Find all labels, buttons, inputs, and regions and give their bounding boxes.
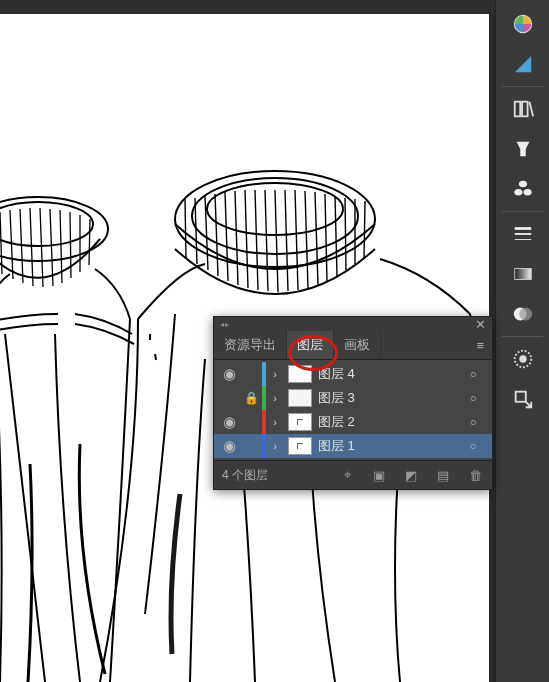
locate-object-icon[interactable]: ⌖ — [338, 467, 356, 483]
svg-line-38 — [529, 102, 533, 117]
symbols-panel-icon[interactable] — [496, 169, 549, 209]
svg-point-46 — [519, 355, 526, 362]
tab-layers[interactable]: 图层 — [287, 331, 334, 359]
svg-line-34 — [89, 219, 90, 265]
new-layer-icon[interactable]: ▤ — [434, 468, 452, 483]
layer-name[interactable]: 图层 1 — [318, 437, 462, 455]
svg-line-4 — [195, 198, 197, 264]
target-icon[interactable]: ○ — [464, 416, 482, 428]
layer-row[interactable]: 🔒 › 图层 3 ○ — [214, 386, 492, 410]
svg-line-6 — [215, 194, 218, 276]
visibility-toggle-icon[interactable]: ◉ — [218, 365, 240, 383]
svg-line-13 — [285, 190, 288, 291]
target-icon[interactable]: ○ — [464, 392, 482, 404]
panel-status-bar: 4 个图层 ⌖ ▣ ◩ ▤ 🗑 — [214, 460, 492, 489]
svg-point-23 — [0, 202, 93, 246]
svg-line-16 — [315, 192, 318, 285]
layer-count-label: 4 个图层 — [222, 467, 268, 484]
svg-line-19 — [345, 198, 346, 270]
asset-export-panel-icon[interactable] — [496, 379, 549, 419]
svg-line-14 — [295, 190, 298, 290]
expand-toggle-icon[interactable]: › — [268, 368, 282, 380]
target-icon[interactable]: ○ — [464, 440, 482, 452]
panel-grip[interactable]: ◂▸ ✕ — [214, 317, 492, 331]
expand-toggle-icon[interactable]: › — [268, 416, 282, 428]
layer-color — [262, 362, 266, 386]
svg-line-10 — [255, 190, 258, 290]
layer-thumbnail — [288, 389, 312, 407]
expand-toggle-icon[interactable]: › — [268, 392, 282, 404]
gradient-panel-icon[interactable] — [496, 254, 549, 294]
svg-line-9 — [245, 190, 248, 288]
svg-line-21 — [364, 201, 365, 258]
layer-thumbnail — [288, 365, 312, 383]
svg-rect-36 — [515, 102, 521, 117]
tab-asset-export[interactable]: 资源导出 — [214, 331, 287, 359]
target-icon[interactable]: ○ — [464, 368, 482, 380]
stroke-panel-icon[interactable] — [496, 214, 549, 254]
svg-line-15 — [305, 191, 308, 288]
svg-point-44 — [519, 308, 532, 321]
svg-rect-47 — [516, 392, 526, 402]
visibility-toggle-icon[interactable]: ◉ — [218, 413, 240, 431]
layer-color — [262, 386, 266, 410]
svg-line-28 — [30, 208, 33, 286]
visibility-toggle-icon[interactable]: ◉ — [218, 437, 240, 455]
svg-line-12 — [275, 190, 278, 292]
transparency-panel-icon[interactable] — [496, 294, 549, 334]
svg-rect-42 — [515, 269, 532, 280]
svg-line-7 — [225, 192, 228, 281]
brush-panel-icon[interactable] — [496, 129, 549, 169]
make-clipping-mask-icon[interactable]: ▣ — [370, 468, 388, 483]
svg-rect-37 — [522, 102, 528, 117]
svg-line-17 — [325, 194, 327, 281]
layer-row[interactable]: ◉ › 图层 1 ○ — [214, 434, 492, 458]
new-sublayer-icon[interactable]: ◩ — [402, 468, 420, 483]
svg-line-32 — [70, 212, 71, 278]
tab-artboards[interactable]: 画板 — [334, 331, 381, 359]
right-toolbar — [495, 0, 549, 682]
panel-menu-icon[interactable]: ≡ — [468, 331, 492, 359]
panel-close-icon[interactable]: ✕ — [475, 317, 486, 332]
title-bar — [0, 0, 549, 14]
layers-panel: ◂▸ ✕ 资源导出 图层 画板 ≡ ◉ › 图层 4 ○ 🔒 › 图层 3 ○ … — [213, 316, 493, 490]
layer-color — [262, 434, 266, 458]
svg-line-11 — [265, 190, 268, 291]
svg-line-3 — [185, 199, 186, 258]
layer-name[interactable]: 图层 4 — [318, 365, 462, 383]
lock-toggle-icon[interactable]: 🔒 — [242, 391, 260, 405]
layer-thumbnail — [288, 437, 312, 455]
shape-panel-icon[interactable] — [496, 44, 549, 84]
layer-list: ◉ › 图层 4 ○ 🔒 › 图层 3 ○ ◉ › 图层 2 ○ ◉ — [214, 360, 492, 460]
layer-name[interactable]: 图层 2 — [318, 413, 462, 431]
layer-row[interactable]: ◉ › 图层 4 ○ — [214, 362, 492, 386]
layer-thumbnail — [288, 413, 312, 431]
appearance-panel-icon[interactable] — [496, 339, 549, 379]
svg-line-29 — [40, 208, 43, 287]
layer-row[interactable]: ◉ › 图层 2 ○ — [214, 410, 492, 434]
library-icon[interactable] — [496, 89, 549, 129]
layer-color — [262, 410, 266, 434]
layer-name[interactable]: 图层 3 — [318, 389, 462, 407]
svg-line-18 — [335, 196, 337, 276]
panel-drag-handle[interactable]: ◂▸ — [220, 320, 230, 329]
color-panel-icon[interactable] — [496, 4, 549, 44]
delete-layer-icon[interactable]: 🗑 — [466, 468, 484, 483]
svg-line-30 — [50, 209, 53, 286]
expand-toggle-icon[interactable]: › — [268, 440, 282, 452]
svg-line-8 — [235, 191, 238, 285]
